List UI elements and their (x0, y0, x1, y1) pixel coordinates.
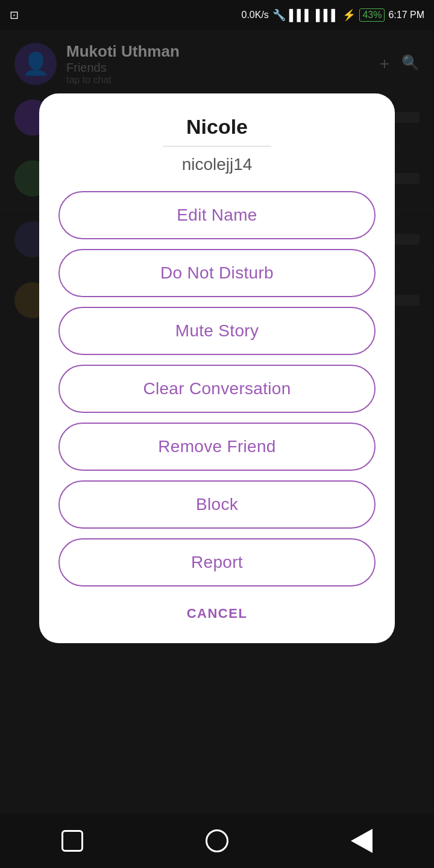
modal-action-buttons: Edit Name Do Not Disturb Mute Story Clea… (58, 191, 376, 587)
home-nav-button[interactable] (196, 820, 238, 862)
edit-name-button[interactable]: Edit Name (58, 191, 376, 239)
status-bar-left: ⊡ (10, 8, 19, 22)
modal-divider (163, 146, 271, 146)
status-bar-right: 0.0K/s 🔧 ▌▌▌ ▌▌▌ ⚡ 43% 6:17 PM (241, 8, 424, 22)
clear-conversation-button[interactable]: Clear Conversation (58, 365, 376, 413)
home-icon (206, 829, 228, 852)
remove-friend-button[interactable]: Remove Friend (58, 423, 376, 471)
recents-icon (61, 830, 83, 852)
mute-story-button[interactable]: Mute Story (58, 307, 376, 355)
navigation-bar (0, 814, 434, 868)
contact-options-modal: Nicole nicolejj14 Edit Name Do Not Distu… (39, 93, 395, 643)
status-bar: ⊡ 0.0K/s 🔧 ▌▌▌ ▌▌▌ ⚡ 43% 6:17 PM (0, 0, 434, 30)
block-button[interactable]: Block (58, 480, 376, 529)
wrench-icon: 🔧 (272, 8, 286, 22)
do-not-disturb-button[interactable]: Do Not Disturb (58, 249, 376, 297)
signal-icon: ▌▌▌ (289, 9, 312, 22)
network-speed: 0.0K/s (241, 10, 268, 20)
signal2-icon: ▌▌▌ (316, 9, 339, 22)
battery-indicator: 43% (359, 8, 385, 22)
back-icon (351, 829, 373, 853)
recents-nav-button[interactable] (51, 820, 93, 862)
modal-contact-username: nicolejj14 (182, 155, 253, 174)
bolt-icon: ⚡ (342, 8, 356, 22)
time-display: 6:17 PM (388, 10, 424, 20)
report-button[interactable]: Report (58, 538, 376, 587)
modal-contact-name: Nicole (186, 115, 248, 139)
battery-percent: 43% (362, 10, 382, 20)
back-nav-button[interactable] (341, 820, 383, 862)
cancel-button[interactable]: CANCEL (172, 601, 262, 626)
screen-cast-icon: ⊡ (10, 8, 19, 22)
